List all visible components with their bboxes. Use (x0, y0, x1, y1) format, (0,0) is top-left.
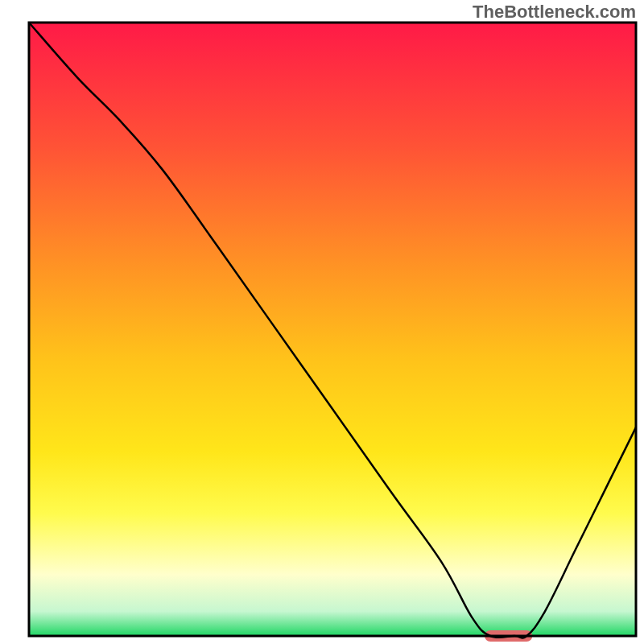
watermark-text: TheBottleneck.com (473, 2, 636, 23)
plot-background (29, 23, 636, 636)
chart-container: TheBottleneck.com (0, 0, 644, 644)
chart-svg (0, 0, 644, 644)
